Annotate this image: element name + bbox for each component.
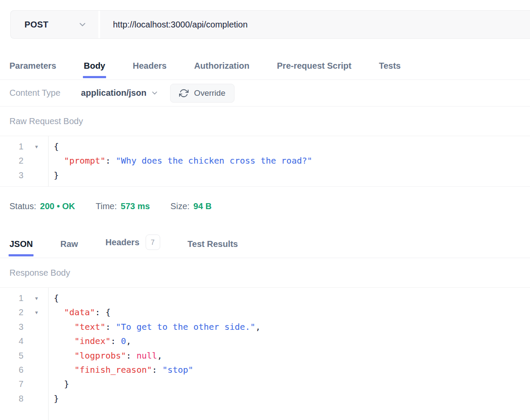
code-line: 5 "logprobs": null, [0,349,530,363]
code-token: , [256,322,261,332]
status-item-value: 94 B [193,201,211,212]
status-item-size: Size:94 B [171,201,212,212]
code-line: 2 "prompt": "Why does the chicken cross … [0,154,530,168]
code-line: 2▾ "data": { [0,305,530,320]
code-line: 6 "finish_reason": "stop" [0,363,530,377]
line-number: 2 [17,154,25,168]
tab-label: Tests [379,60,401,72]
tab-headers[interactable]: Headers [133,60,167,79]
code-token [54,322,74,332]
line-number: 1 [17,140,25,154]
tab-label: Headers [106,237,140,248]
content-type-value: application/json [81,88,146,98]
code-token: "data" [64,307,95,317]
editor-gutter: 4 [0,334,48,348]
status-item-value: 573 ms [121,201,150,212]
status-item-status: Status:200 • OK [9,201,75,212]
line-number: 3 [17,320,25,334]
headers-count-badge: 7 [146,234,160,250]
editor-gutter: 8 [0,392,48,406]
fold-arrow-icon[interactable]: ▾ [33,305,40,320]
response-tab-headers[interactable]: Headers7 [106,234,160,258]
fold-arrow-icon[interactable]: ▾ [33,291,40,305]
url-input[interactable]: http://localhost:3000/api/completion [100,11,530,38]
code-line: 8} [0,392,530,406]
editor-gutter: 2 [0,154,48,168]
code-token: , [157,350,162,361]
line-number: 5 [17,349,25,363]
code-content: "text": "To get to the other side.", [48,320,261,334]
tab-label: Authorization [194,60,250,72]
line-number: 4 [17,334,25,348]
method-select[interactable]: POST [11,11,100,38]
fold-arrow-icon[interactable]: ▾ [33,140,40,154]
code-content: "prompt": "Why does the chicken cross th… [48,154,312,168]
code-token: : [110,336,121,346]
code-token: : [126,350,137,361]
tab-pre-request-script[interactable]: Pre-request Script [277,60,351,79]
line-number: 3 [17,168,25,183]
code-token: "text" [74,322,105,332]
request-body-editor[interactable]: 1▾{2 "prompt": "Why does the chicken cro… [0,136,530,187]
tab-parameters[interactable]: Parameters [9,60,56,79]
editor-gutter: 1▾ [0,140,48,154]
code-token [54,155,64,166]
line-number: 1 [17,291,25,305]
refresh-icon [179,88,189,98]
code-content: "finish_reason": "stop" [48,363,193,377]
editor-gutter: 7 [0,377,48,391]
url-value: http://localhost:3000/api/completion [113,20,248,30]
tab-tests[interactable]: Tests [379,60,401,79]
code-token: 0 [121,336,126,346]
code-token: "To get to the other side." [116,322,256,332]
tab-label: Parameters [9,60,56,72]
code-token [54,307,64,317]
code-content: { [48,140,59,154]
response-tab-test-results[interactable]: Test Results [188,238,238,258]
code-token [54,365,74,375]
code-token: } [54,170,59,180]
editor-gutter: 3 [0,320,48,334]
status-item-value: 200 • OK [40,201,75,212]
code-token: "logprobs" [74,350,126,361]
tab-label: Pre-request Script [277,60,351,72]
line-number: 2 [17,305,25,320]
code-token: : [152,365,162,375]
code-token [54,336,74,346]
request-body-section-title: Raw Request Body [0,107,530,136]
code-token: } [54,379,69,389]
code-token: "Why does the chicken cross the road?" [116,155,313,166]
tab-body[interactable]: Body [84,60,105,79]
tab-label: Body [84,60,105,72]
chevron-down-icon [79,23,85,27]
response-tab-json[interactable]: JSON [9,238,33,258]
status-item-label: Size: [171,201,189,212]
response-body-editor[interactable]: 1▾{2▾ "data": {3 "text": "To get to the … [0,288,530,420]
editor-gutter: 3 [0,168,48,183]
tab-authorization[interactable]: Authorization [194,60,250,79]
override-button[interactable]: Override [170,84,235,103]
code-line: 4 "index": 0, [0,334,530,348]
content-type-row: Content Type application/json Override [0,80,530,107]
status-item-time: Time:573 ms [96,201,150,212]
code-line: 1▾{ [0,140,530,154]
code-line: 1▾{ [0,291,530,305]
response-tabs: JSONRawHeaders7Test Results [0,212,530,258]
code-token: } [54,393,59,404]
response-status-bar: Status:200 • OKTime:573 msSize:94 B [0,187,530,212]
code-token: null [137,350,157,361]
response-body-section-title: Response Body [0,258,530,288]
code-token [54,350,74,361]
code-token: { [54,293,59,303]
response-tab-raw[interactable]: Raw [60,238,78,258]
content-type-select[interactable]: application/json [81,88,157,98]
code-token: "index" [74,336,110,346]
code-token: , [126,336,131,346]
editor-gutter: 5 [0,349,48,363]
code-line: 3} [0,168,530,183]
code-token: "finish_reason" [74,365,152,375]
code-token: "stop" [162,365,193,375]
method-label: POST [24,20,49,30]
code-token: : [105,155,116,166]
request-url-bar: POST http://localhost:3000/api/completio… [10,10,530,39]
